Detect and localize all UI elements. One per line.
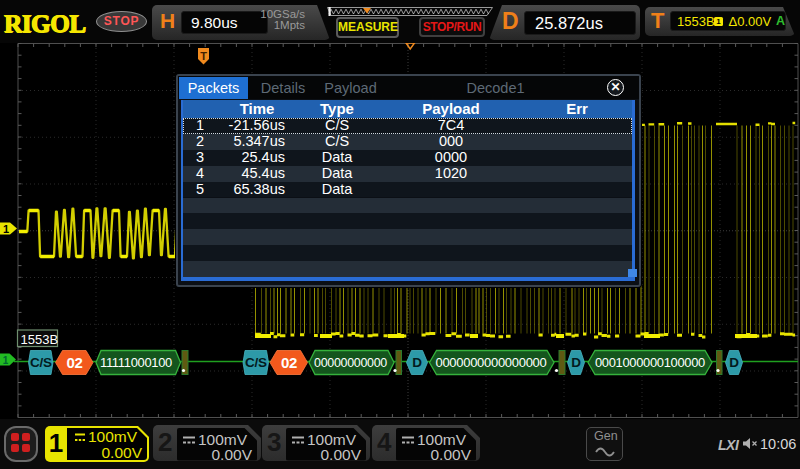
svg-text:D: D bbox=[729, 355, 739, 370]
svg-text:00000000000: 00000000000 bbox=[314, 355, 387, 370]
svg-text:0000000000000000: 0000000000000000 bbox=[436, 355, 547, 370]
svg-text:T: T bbox=[200, 50, 207, 62]
svg-text:1: 1 bbox=[3, 223, 9, 235]
svg-text:11111000100: 11111000100 bbox=[100, 355, 172, 370]
svg-text:02: 02 bbox=[66, 354, 82, 371]
svg-text:0001000000100000: 0001000000100000 bbox=[595, 355, 705, 370]
svg-text:C/S: C/S bbox=[245, 355, 267, 370]
svg-text:02: 02 bbox=[281, 354, 297, 371]
svg-text:1: 1 bbox=[3, 355, 9, 366]
svg-text:C/S: C/S bbox=[30, 355, 52, 370]
svg-text:1553B: 1553B bbox=[21, 332, 59, 347]
svg-text:D: D bbox=[571, 355, 581, 370]
svg-text:D: D bbox=[412, 355, 422, 370]
